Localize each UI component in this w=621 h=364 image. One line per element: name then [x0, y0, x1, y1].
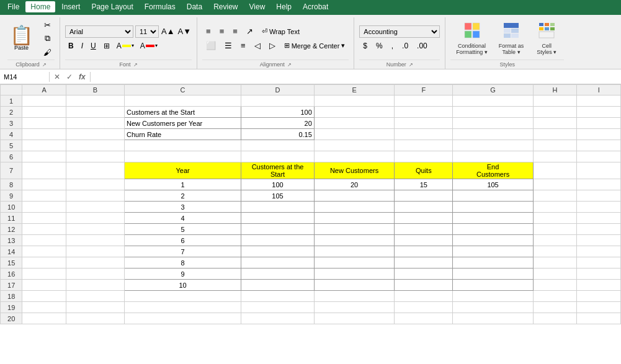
cell-D14[interactable]: [241, 246, 315, 257]
clipboard-expand-icon[interactable]: ↗: [42, 62, 47, 68]
row-header-14[interactable]: 14: [1, 246, 22, 257]
col-header-D[interactable]: D: [241, 85, 315, 95]
row-header-8[interactable]: 8: [1, 179, 22, 190]
row-header-18[interactable]: 18: [1, 291, 22, 302]
cell-G20[interactable]: [453, 313, 533, 324]
number-expand-icon[interactable]: ↗: [409, 62, 413, 68]
cell-E12[interactable]: [314, 224, 394, 235]
wrap-text-button[interactable]: ⏎ Wrap Text: [258, 25, 303, 38]
cell-F3[interactable]: [395, 118, 453, 129]
cell-D16[interactable]: [241, 269, 315, 280]
italic-button[interactable]: I: [78, 40, 86, 52]
cell-I9[interactable]: [577, 190, 621, 202]
cell-I5[interactable]: [577, 140, 621, 151]
cell-E15[interactable]: [314, 257, 394, 269]
menu-help[interactable]: Help: [271, 1, 297, 12]
col-header-row-num[interactable]: [1, 85, 22, 95]
cell-I19[interactable]: [577, 302, 621, 313]
cell-D1[interactable]: [241, 95, 315, 107]
cell-D4[interactable]: 0.15: [241, 129, 315, 140]
cell-B1[interactable]: [66, 95, 124, 107]
cell-C2[interactable]: Customers at the Start: [124, 107, 241, 118]
cell-I1[interactable]: [577, 95, 621, 107]
cell-A10[interactable]: [22, 202, 66, 213]
cell-F9[interactable]: [395, 190, 453, 202]
menu-formulas[interactable]: Formulas: [140, 1, 181, 12]
cell-I6[interactable]: [577, 151, 621, 162]
row-header-3[interactable]: 3: [1, 118, 22, 129]
insert-function-button[interactable]: fx: [77, 72, 87, 82]
cell-F20[interactable]: [395, 313, 453, 324]
cell-H19[interactable]: [533, 302, 577, 313]
font-name-select[interactable]: Arial: [65, 25, 133, 38]
alignment-expand-icon[interactable]: ↗: [287, 62, 292, 68]
cell-A19[interactable]: [22, 302, 66, 313]
align-left-button[interactable]: ⬜: [202, 40, 220, 52]
cut-button[interactable]: ✂: [40, 19, 55, 31]
cell-I10[interactable]: [577, 202, 621, 213]
cell-D11[interactable]: [241, 213, 315, 224]
cell-A15[interactable]: [22, 257, 66, 269]
cell-E4[interactable]: [314, 129, 394, 140]
cell-G4[interactable]: [453, 129, 533, 140]
cell-C20[interactable]: [124, 313, 241, 324]
cell-F14[interactable]: [395, 246, 453, 257]
align-center-button[interactable]: ☰: [221, 40, 236, 52]
row-header-5[interactable]: 5: [1, 140, 22, 151]
row-header-13[interactable]: 13: [1, 235, 22, 246]
cell-B20[interactable]: [66, 313, 124, 324]
cell-I17[interactable]: [577, 280, 621, 291]
cell-D5[interactable]: [241, 140, 315, 151]
increase-decimal-button[interactable]: .0: [398, 40, 412, 52]
cell-H4[interactable]: [533, 129, 577, 140]
menu-home[interactable]: Home: [25, 1, 55, 12]
cell-C7[interactable]: Year: [124, 162, 241, 179]
cell-B5[interactable]: [66, 140, 124, 151]
col-header-E[interactable]: E: [314, 85, 394, 95]
cell-B6[interactable]: [66, 151, 124, 162]
cell-E19[interactable]: [314, 302, 394, 313]
cell-F5[interactable]: [395, 140, 453, 151]
cell-C15[interactable]: 8: [124, 257, 241, 269]
menu-file[interactable]: File: [2, 1, 24, 12]
cell-C10[interactable]: 3: [124, 202, 241, 213]
cell-B19[interactable]: [66, 302, 124, 313]
cell-B12[interactable]: [66, 224, 124, 235]
cell-D12[interactable]: [241, 224, 315, 235]
cell-H1[interactable]: [533, 95, 577, 107]
cell-I12[interactable]: [577, 224, 621, 235]
cell-F19[interactable]: [395, 302, 453, 313]
cell-C3[interactable]: New Customers per Year: [124, 118, 241, 129]
cell-H2[interactable]: [533, 107, 577, 118]
cell-E17[interactable]: [314, 280, 394, 291]
align-top-left-button[interactable]: ≡: [202, 25, 215, 38]
cell-F17[interactable]: [395, 280, 453, 291]
row-header-16[interactable]: 16: [1, 269, 22, 280]
cell-G7[interactable]: EndCustomers: [453, 162, 533, 179]
fill-dropdown-icon[interactable]: ▾: [132, 43, 134, 48]
cell-E1[interactable]: [314, 95, 394, 107]
cell-F12[interactable]: [395, 224, 453, 235]
cell-G10[interactable]: [453, 202, 533, 213]
cell-G5[interactable]: [453, 140, 533, 151]
cell-G19[interactable]: [453, 302, 533, 313]
cell-H14[interactable]: [533, 246, 577, 257]
cell-D9[interactable]: 105: [241, 190, 315, 202]
cell-D18[interactable]: [241, 291, 315, 302]
cell-G1[interactable]: [453, 95, 533, 107]
cell-A14[interactable]: [22, 246, 66, 257]
cell-A17[interactable]: [22, 280, 66, 291]
col-header-I[interactable]: I: [577, 85, 621, 95]
cell-A6[interactable]: [22, 151, 66, 162]
cell-A4[interactable]: [22, 129, 66, 140]
cell-C16[interactable]: 9: [124, 269, 241, 280]
number-format-select[interactable]: Accounting: [359, 25, 440, 38]
comma-button[interactable]: ,: [388, 40, 397, 52]
cell-G16[interactable]: [453, 269, 533, 280]
font-grow-button[interactable]: A▲: [161, 27, 176, 36]
cell-I7[interactable]: [577, 162, 621, 179]
cell-E10[interactable]: [314, 202, 394, 213]
cell-F6[interactable]: [395, 151, 453, 162]
formula-input[interactable]: [91, 71, 621, 82]
cell-B10[interactable]: [66, 202, 124, 213]
